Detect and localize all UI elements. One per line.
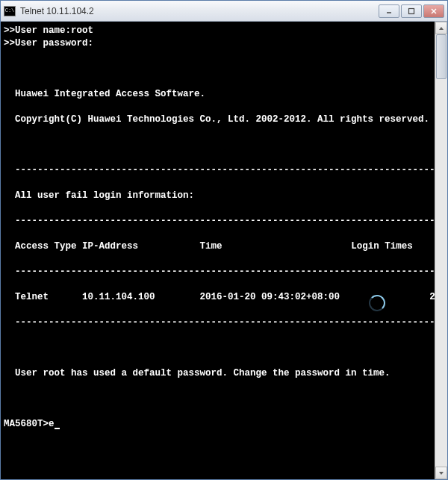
prompt-line[interactable]: MA5680T>e [4, 418, 430, 431]
divider-line: ----------------------------------------… [4, 164, 430, 177]
loading-spinner-icon [369, 295, 385, 311]
window-title: Telnet 10.11.104.2 [20, 6, 379, 16]
cell-ip: 10.11.104.100 [82, 292, 155, 302]
svg-marker-4 [439, 27, 444, 30]
maximize-icon [408, 7, 415, 15]
shell-input: e [49, 419, 55, 429]
scroll-down-button[interactable] [435, 467, 447, 479]
cursor-icon [55, 428, 60, 429]
minimize-icon [385, 7, 393, 15]
banner-line-2: Copyright(C) Huawei Technologies Co., Lt… [4, 113, 430, 126]
warning-line: User root has used a default password. C… [4, 367, 430, 380]
table-header-row: Access Type IP-Address Time Login Times [4, 240, 430, 253]
svg-rect-1 [409, 8, 414, 13]
close-icon [430, 7, 438, 15]
maximize-button[interactable] [401, 4, 422, 18]
blank-line [4, 63, 430, 75]
divider-line: ----------------------------------------… [4, 317, 430, 329]
shell-prompt: MA5680T> [4, 419, 49, 429]
login-pass-line: >>User password: [4, 37, 430, 50]
blank-line [4, 393, 430, 405]
banner-line-1: Huawei Integrated Access Software. [4, 88, 430, 101]
col-time: Time [200, 241, 223, 252]
fail-header: All user fail login information: [4, 190, 430, 202]
cell-time: 2016-01-20 09:43:02+08:00 [200, 292, 340, 302]
divider-line: ----------------------------------------… [4, 215, 430, 228]
user-prompt-label: >>User name: [4, 25, 71, 36]
col-ip: IP-Address [82, 241, 138, 252]
app-icon: C:\ [4, 6, 16, 16]
table-row: Telnet 10.11.104.100 2016-01-20 09:43:02… [4, 291, 430, 304]
cell-access-type: Telnet [15, 292, 49, 302]
blank-line [4, 139, 430, 152]
col-access-type: Access Type [15, 241, 77, 252]
terminal-area: >>User name:root>>User password: Huawei … [1, 22, 447, 479]
scroll-up-button[interactable] [435, 22, 447, 34]
minimize-button[interactable] [379, 4, 399, 18]
window-controls [379, 4, 444, 18]
svg-marker-5 [439, 472, 444, 475]
divider-line: ----------------------------------------… [4, 266, 430, 278]
blank-line [4, 342, 430, 355]
close-button[interactable] [423, 4, 444, 18]
login-user-line: >>User name:root [4, 25, 430, 37]
terminal-output[interactable]: >>User name:root>>User password: Huawei … [1, 22, 435, 479]
telnet-window: C:\ Telnet 10.11.104.2 >>User name:root>… [0, 0, 448, 480]
scroll-track[interactable] [435, 34, 447, 467]
pass-prompt-label: >>User password: [4, 38, 93, 49]
col-login-times: Login Times [351, 241, 413, 252]
user-name-value: root [71, 25, 93, 36]
chevron-up-icon [438, 25, 444, 31]
vertical-scrollbar[interactable] [435, 22, 447, 479]
cell-login-times: 2 [429, 292, 435, 302]
scroll-thumb[interactable] [436, 34, 447, 79]
titlebar[interactable]: C:\ Telnet 10.11.104.2 [1, 1, 447, 22]
chevron-down-icon [438, 470, 444, 476]
